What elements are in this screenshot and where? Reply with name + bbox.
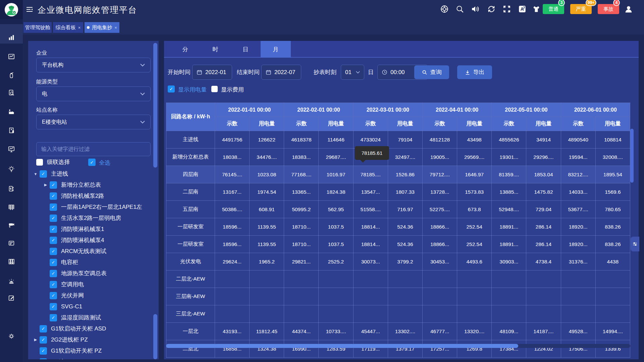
- tree-scrollbar-thumb[interactable]: [153, 314, 157, 359]
- period-tab-日[interactable]: 日: [230, 41, 261, 58]
- tree-checkbox[interactable]: ✓: [50, 226, 57, 233]
- collapse-menu-icon[interactable]: [25, 5, 35, 15]
- tree-checkbox[interactable]: ✓: [50, 248, 57, 255]
- table-settings-handle[interactable]: [631, 237, 639, 251]
- sidebar-item-line-chart-icon[interactable]: [8, 53, 15, 60]
- end-time-input[interactable]: 2022-07: [261, 65, 301, 80]
- tree-item[interactable]: ✓G1软启动开关柜 ASD: [28, 323, 159, 334]
- refresh-icon[interactable]: [487, 5, 496, 14]
- query-button[interactable]: 查询: [414, 65, 449, 79]
- sidebar-item-hospital-building-icon[interactable]: [8, 127, 15, 134]
- sidebar-item-inspect-document-icon[interactable]: [8, 89, 15, 97]
- energy-type-select[interactable]: 电: [36, 86, 151, 101]
- tree-item[interactable]: ✓空调用电: [28, 279, 159, 290]
- tree-checkbox[interactable]: ✓: [50, 192, 57, 200]
- sidebar-item-cctv-camera-icon[interactable]: [8, 222, 15, 229]
- tree-item[interactable]: ✓SVG-C1: [28, 301, 159, 312]
- tree-item-label: 空调用电: [61, 281, 84, 288]
- tree-checkbox[interactable]: ✓: [50, 203, 57, 211]
- day-select[interactable]: 01: [341, 65, 364, 80]
- tree-item[interactable]: ✓消防喷淋机械泵1: [28, 224, 159, 235]
- tree-item[interactable]: ▶✓新增分立柜总表: [28, 179, 159, 190]
- search-icon[interactable]: [455, 5, 465, 14]
- panel-scrollbar-thumb[interactable]: [153, 43, 157, 168]
- tree-checkbox[interactable]: ✓: [40, 170, 47, 178]
- tree-checkbox[interactable]: ✓: [40, 347, 47, 355]
- shirt-icon[interactable]: [532, 5, 541, 14]
- sidebar-item-factory-icon[interactable]: [8, 108, 15, 115]
- value-cell: [353, 270, 388, 288]
- tree-item[interactable]: ✓消防栓机械泵2路: [28, 190, 159, 201]
- start-time-input[interactable]: 2022-01: [192, 65, 232, 80]
- tree-item[interactable]: ✓G1软启动开关柜 PZ: [28, 345, 159, 356]
- tree-item[interactable]: ✓温湿度回路测试: [28, 312, 159, 323]
- value-cell: [388, 305, 422, 323]
- caret-expanded-icon[interactable]: ▼: [34, 172, 38, 176]
- tree-item[interactable]: ▶✓2G2进线柜 PZ: [28, 334, 159, 345]
- tree-item[interactable]: ✓电容柜: [28, 257, 159, 268]
- select-all-checkbox[interactable]: ✓: [88, 159, 96, 166]
- tree-checkbox[interactable]: ✓: [40, 325, 47, 333]
- cascade-checkbox[interactable]: [36, 159, 43, 166]
- workspace-tab-3[interactable]: 用电集抄×: [85, 22, 119, 33]
- sidebar-item-edit-form-icon[interactable]: [8, 294, 15, 302]
- sidebar-item-lightbulb-icon[interactable]: [8, 166, 15, 173]
- tree-checkbox[interactable]: ✓: [50, 281, 57, 288]
- export-button[interactable]: 导出: [457, 65, 492, 79]
- life-ring-icon[interactable]: [440, 5, 449, 14]
- speaker-icon[interactable]: [471, 5, 480, 14]
- horizontal-scrollbar[interactable]: [166, 344, 630, 348]
- tree-item[interactable]: ✓地源热泵空调总表: [28, 268, 159, 279]
- enterprise-select[interactable]: 平台机构: [36, 58, 151, 72]
- translate-icon[interactable]: A: [518, 5, 527, 14]
- value-cell: 3799.2: [388, 253, 422, 270]
- caret-collapsed-icon[interactable]: ▶: [44, 183, 48, 187]
- tree-item[interactable]: ✓消防喷淋机械泵4: [28, 235, 159, 246]
- period-tab-分[interactable]: 分: [170, 41, 200, 58]
- workspace-tab-2[interactable]: 综合看板×: [53, 22, 83, 33]
- workspace-tab-1[interactable]: 管理驾驶舱: [23, 22, 52, 33]
- close-tab-icon[interactable]: ×: [114, 25, 117, 30]
- sidebar-item-solar-panel-icon[interactable]: [8, 204, 15, 211]
- station-select[interactable]: E楼变电站: [36, 115, 151, 129]
- tree-item[interactable]: ▶✓EC演示箱: [28, 356, 159, 359]
- value-cell: 108814: [595, 131, 630, 148]
- tree-checkbox[interactable]: ✓: [50, 259, 57, 266]
- tree-checkbox[interactable]: ✓: [40, 358, 47, 360]
- sidebar-item-access-card-icon[interactable]: [8, 239, 15, 247]
- tree-item[interactable]: ✓ARCM无线表测试: [28, 246, 159, 257]
- tree-search-input[interactable]: [37, 142, 159, 156]
- period-tab-月[interactable]: 月: [261, 41, 291, 58]
- tree-item[interactable]: ▼✓主进线: [28, 168, 159, 179]
- close-tab-icon[interactable]: ×: [78, 25, 81, 30]
- sidebar-item-fire-extinguisher-icon[interactable]: [8, 71, 15, 79]
- fullscreen-icon[interactable]: [502, 5, 512, 14]
- show-cost-checkbox[interactable]: [211, 86, 218, 92]
- tree-checkbox[interactable]: ✓: [50, 181, 57, 189]
- period-tab-时[interactable]: 时: [200, 41, 230, 58]
- sidebar-item-monitor-trend-icon[interactable]: [8, 145, 15, 153]
- sidebar-item-ev-charger-icon[interactable]: [8, 185, 15, 192]
- horizontal-scrollbar-thumb[interactable]: [166, 344, 518, 348]
- vertical-scrollbar-thumb[interactable]: [630, 129, 634, 183]
- select-all-label[interactable]: 全选: [99, 159, 110, 167]
- tree-checkbox[interactable]: ✓: [50, 292, 57, 299]
- tree-item[interactable]: ✓光伏并网: [28, 290, 159, 301]
- tree-item[interactable]: ✓生活水泵2路一层弱电房: [28, 213, 159, 224]
- tree-checkbox[interactable]: ✓: [40, 336, 47, 344]
- tree-item-label: 消防栓机械泵2路: [61, 192, 104, 200]
- tree-checkbox[interactable]: ✓: [50, 314, 57, 321]
- tree-item[interactable]: ✓一层南1APE2右一层北1APE1左: [28, 201, 159, 213]
- user-icon[interactable]: [624, 5, 633, 14]
- caret-collapsed-icon[interactable]: ▶: [34, 338, 38, 342]
- tree-checkbox[interactable]: ✓: [50, 215, 57, 222]
- show-energy-checkbox[interactable]: ✓: [168, 85, 175, 93]
- sidebar-item-gear-chip-icon[interactable]: [8, 333, 15, 340]
- tree-checkbox[interactable]: ✓: [50, 237, 57, 244]
- sidebar-item-bar-chart-icon[interactable]: [8, 34, 15, 41]
- sidebar-item-archive-binders-icon[interactable]: [8, 258, 15, 265]
- value-cell: [595, 305, 630, 323]
- tree-checkbox[interactable]: ✓: [50, 303, 57, 310]
- sidebar-item-alarm-siren-icon[interactable]: [8, 278, 15, 285]
- tree-checkbox[interactable]: ✓: [50, 270, 57, 277]
